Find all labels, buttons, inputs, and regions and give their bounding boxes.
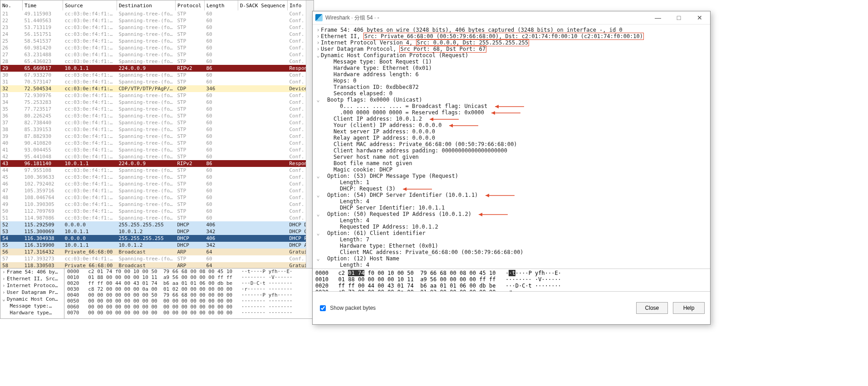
packet-row[interactable]: 54116.3049380.0.0.0255.255.255.255DHCP40… [0, 235, 314, 242]
packet-row[interactable]: 3272.504534cc:03:0e:f4:f1:01CDP/VTP/DTP/… [0, 85, 314, 92]
minimize-button[interactable]: — [647, 11, 668, 24]
packet-row[interactable]: 56117.316432Private_66:68:00BroadcastARP… [0, 249, 314, 255]
packet-row[interactable]: 4090.410820cc:03:0e:f4:f1:01Spanning-tre… [0, 140, 314, 147]
close-window-button[interactable]: ✕ [689, 11, 710, 24]
caret-icon[interactable]: ⌄ [315, 230, 321, 236]
caret-icon[interactable]: ⌄ [315, 192, 321, 198]
tree-line[interactable]: ›Internet Protoco… [0, 282, 64, 289]
tree-line[interactable]: ›User Datagram Pr… [0, 289, 64, 296]
packet-row[interactable]: 3885.339153cc:03:0e:f4:f1:01Spanning-tre… [0, 126, 314, 133]
caret-icon[interactable]: › [315, 39, 321, 46]
packet-hex-left-pane[interactable]: 0000 c2 01 74 f0 00 10 00 50 79 66 68 00… [64, 268, 314, 319]
packet-row[interactable]: 48108.046764cc:03:0e:f4:f1:01Spanning-tr… [0, 194, 314, 201]
packet-row[interactable]: 58118.330503Private_66:68:00BroadcastARP… [0, 262, 314, 269]
packet-list-pane[interactable]: No.TimeSourceDestinationProtocolLengthD-… [0, 0, 314, 269]
detail-line[interactable]: Length: 1 [314, 179, 709, 186]
detail-line[interactable]: Client MAC address: Private_66:68:00 (00… [314, 249, 709, 255]
detail-line[interactable]: DHCP: Request (3) [314, 186, 709, 192]
detail-line[interactable]: Requested IP Address: 10.0.1.2 [314, 224, 709, 230]
detail-line[interactable]: Client MAC address: Private_66:68:00 (00… [314, 141, 709, 147]
detail-line[interactable]: Hops: 0 [314, 78, 709, 84]
detail-line[interactable]: .000 0000 0000 0000 = Reserved flags: 0x… [314, 109, 709, 116]
detail-line[interactable]: Seconds elapsed: 0 [314, 90, 709, 97]
packet-row[interactable]: 55116.31990010.0.1.110.0.1.2DHCP342DHCP … [0, 242, 314, 249]
packet-row[interactable]: 2965.66091710.0.1.1224.0.0.9RIPv286Respo… [0, 65, 314, 72]
packet-row[interactable]: 3170.573147cc:03:0e:f4:f1:01Spanning-tre… [0, 78, 314, 85]
packet-row[interactable]: 2149.115903cc:03:0e:f4:f1:01Spanning-tre… [0, 10, 314, 17]
close-button[interactable]: Close [636, 302, 668, 314]
packet-row[interactable]: 3372.930976cc:03:0e:f4:f1:01Spanning-tre… [0, 92, 314, 99]
tree-line[interactable]: ›Frame 54: 406 by… [0, 269, 64, 275]
maximize-button[interactable]: □ [668, 11, 689, 24]
detail-titlebar[interactable]: Wireshark · 分组 54 · - — □ ✕ [313, 11, 710, 24]
caret-icon[interactable]: ⌄ [315, 52, 321, 59]
detail-line[interactable]: ›User Datagram Protocol, Src Port: 68, D… [314, 46, 709, 52]
detail-line[interactable]: DHCP Server Identifier: 10.0.1.1 [314, 205, 709, 211]
detail-line[interactable]: Length: 4 [314, 198, 709, 205]
detail-line[interactable]: Hardware address length: 6 [314, 71, 709, 78]
packet-row[interactable]: 4497.955108cc:03:0e:f4:f1:01Spanning-tre… [0, 167, 314, 174]
packet-row[interactable]: 52115.2925090.0.0.0255.255.255.255DHCP40… [0, 221, 314, 228]
detail-line[interactable]: Length: 7 [314, 236, 709, 243]
hex-row[interactable]: 0010 01 88 00 00 00 00 10 11 a9 56 00 00… [64, 274, 314, 280]
detail-line[interactable]: Client hardware address padding: 0000000… [314, 147, 709, 154]
detail-line[interactable]: Relay agent IP address: 0.0.0.0 [314, 135, 709, 141]
detail-line[interactable]: ⌄Option: (61) Client identifier [314, 230, 709, 236]
detail-line[interactable]: Magic cookie: DHCP [314, 166, 709, 173]
detail-line[interactable]: Next server IP address: 0.0.0.0 [314, 128, 709, 135]
packet-row[interactable]: 50112.709769cc:03:0e:f4:f1:01Spanning-tr… [0, 208, 314, 215]
packet-row[interactable]: 2558.541537cc:03:0e:f4:f1:01Spanning-tre… [0, 38, 314, 44]
packet-row[interactable]: 3987.882930cc:03:0e:f4:f1:01Spanning-tre… [0, 133, 314, 140]
detail-line[interactable]: Message type: Boot Request (1) [314, 59, 709, 65]
hex-row[interactable]: 0000 c2 01 74 f0 00 10 00 50 79 66 68 00… [64, 269, 314, 274]
col-no-[interactable]: No. [0, 0, 23, 10]
caret-icon[interactable]: › [315, 33, 321, 39]
caret-icon[interactable]: ⌄ [315, 255, 321, 262]
col-d-sack-sequence[interactable]: D-SACK Sequence [238, 0, 288, 10]
packet-row[interactable]: 2763.231488cc:03:0e:f4:f1:01Spanning-tre… [0, 51, 314, 58]
packet-row[interactable]: 3782.738440cc:03:0e:f4:f1:01Spanning-tre… [0, 119, 314, 126]
col-protocol[interactable]: Protocol [176, 0, 205, 10]
packet-tree-left-pane[interactable]: ›Frame 54: 406 by…›Ethernet II, Src…›Int… [0, 268, 64, 319]
tree-line[interactable]: Message type:… [0, 303, 64, 309]
detail-line[interactable]: Length: 4 [314, 262, 709, 268]
detail-line[interactable]: ›Frame 54: 406 bytes on wire (3248 bits)… [314, 27, 709, 33]
help-button[interactable]: Help [673, 302, 705, 314]
packet-row[interactable]: 49110.390305cc:03:0e:f4:f1:01Spanning-tr… [0, 201, 314, 208]
detail-line[interactable]: ›Ethernet II, Src: Private_66:68:00 (00:… [314, 33, 709, 39]
hex-row[interactable]: 0070 00 00 00 00 00 00 00 00 00 00 00 00… [64, 310, 314, 316]
caret-icon[interactable]: › [315, 46, 321, 52]
packet-row[interactable]: 3680.226245cc:03:0e:f4:f1:01Spanning-tre… [0, 112, 314, 119]
packet-row[interactable]: 45100.369633cc:03:0e:f4:f1:01Spanning-tr… [0, 174, 314, 181]
packet-row[interactable]: 53115.30006910.0.1.110.0.1.2DHCP342DHCP … [0, 228, 314, 235]
packet-row[interactable]: 3475.253283cc:03:0e:f4:f1:01Spanning-tre… [0, 99, 314, 106]
detail-hex-row[interactable]: 0020 ff ff 00 44 00 43 01 74 b6 aa 01 01… [315, 283, 707, 289]
detail-line[interactable]: Length: 4 [314, 217, 709, 224]
detail-line[interactable]: ⌄Option: (12) Host Name [314, 255, 709, 262]
detail-line[interactable]: Your (client) IP address: 0.0.0.0 [314, 122, 709, 128]
caret-icon[interactable]: ⌄ [315, 97, 321, 103]
tree-line[interactable]: Hardware type… [0, 309, 64, 316]
col-destination[interactable]: Destination [117, 0, 176, 10]
detail-line[interactable]: ⌄Option: (50) Requested IP Address (10.0… [314, 211, 709, 217]
tree-line[interactable]: ›Ethernet II, Src… [0, 275, 64, 282]
packet-row[interactable]: 2251.440563cc:03:0e:f4:f1:01Spanning-tre… [0, 17, 314, 24]
hex-row[interactable]: 0060 00 00 00 00 00 00 00 00 00 00 00 00… [64, 304, 314, 310]
detail-line[interactable]: ›Internet Protocol Version 4, Src: 0.0.0… [314, 39, 709, 46]
col-source[interactable]: Source [63, 0, 117, 10]
packet-row[interactable]: 3067.933270cc:03:0e:f4:f1:01Spanning-tre… [0, 72, 314, 78]
caret-icon[interactable]: ⌄ [315, 211, 321, 217]
detail-line[interactable]: ⌄Bootp flags: 0x0000 (Unicast) [314, 97, 709, 103]
detail-line[interactable]: Client IP address: 10.0.1.2 [314, 116, 709, 122]
packet-row[interactable]: 2456.151751cc:03:0e:f4:f1:01Spanning-tre… [0, 31, 314, 38]
packet-row[interactable]: 2353.713119cc:03:0e:f4:f1:01Spanning-tre… [0, 24, 314, 31]
packet-row[interactable]: 57117.393273cc:03:0e:f4:f1:01Spanning-tr… [0, 255, 314, 262]
detail-line[interactable]: ⌄Dynamic Host Configuration Protocol (Re… [314, 52, 709, 59]
hex-row[interactable]: 0040 00 00 00 00 00 00 00 50 79 66 68 00… [64, 292, 314, 298]
detail-hex-row[interactable]: 0010 01 88 00 00 00 00 10 11 a9 56 00 00… [315, 276, 707, 283]
caret-icon[interactable]: ⌄ [315, 173, 321, 179]
detail-line[interactable]: Hardware type: Ethernet (0x01) [314, 243, 709, 249]
hex-row[interactable]: 0020 ff ff 00 44 00 43 01 74 b6 aa 01 01… [64, 280, 314, 286]
detail-line[interactable]: Server host name not given [314, 154, 709, 160]
show-packet-bytes-checkbox[interactable]: Show packet bytes [318, 304, 376, 313]
